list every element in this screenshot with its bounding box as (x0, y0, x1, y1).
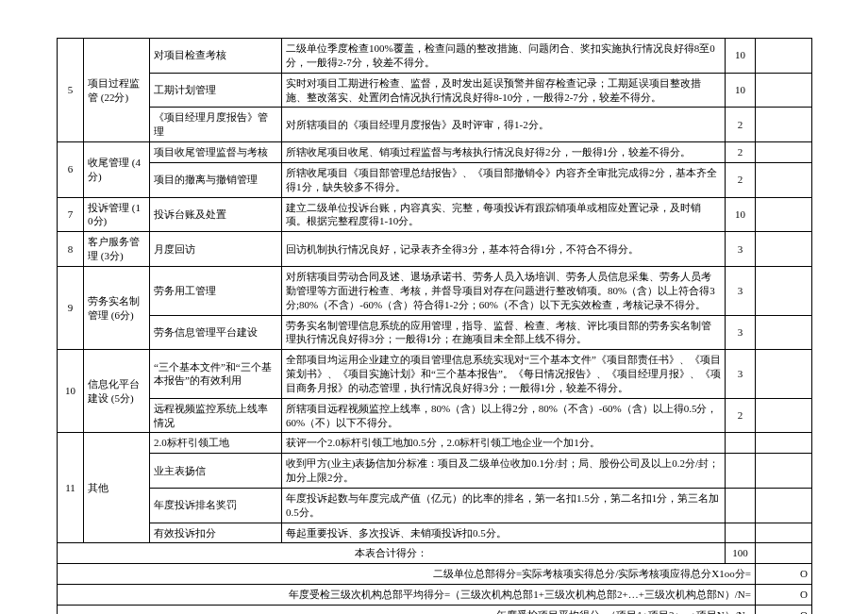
row-item: 劳务用工管理 (150, 266, 282, 315)
total-row: 本表合计得分：100 (58, 543, 812, 564)
row-score: 3 (726, 266, 756, 315)
row-item: 项目的撤离与撤销管理 (150, 162, 282, 197)
row-category: 客户服务管理 (3分) (84, 232, 150, 267)
table-row: 11其他2.0标杆引领工地获评一个2.0标杆引领工地加0.5分，2.0标杆引领工… (58, 433, 812, 454)
row-desc: 全部项目均运用企业建立的项目管理信息系统实现对“三个基本文件”《项目部责任书》、… (282, 350, 726, 399)
row-desc: 劳务实名制管理信息系统的应用管理，指导、监督、检查、考核、评比项目部的劳务实名制… (282, 315, 726, 350)
row-index: 6 (58, 142, 84, 198)
row-result (756, 108, 812, 142)
row-result (756, 523, 812, 543)
row-score: 3 (726, 350, 756, 399)
row-category: 其他 (84, 433, 150, 543)
row-category: 项目过程监管 (22分) (84, 39, 150, 142)
formula-result: O (756, 564, 812, 585)
formula-text: 年度受检项目平均得分=（项目1+项目2+…+项目N）/N= (58, 606, 756, 615)
row-category: 收尾管理 (4分) (84, 142, 150, 198)
formula-text: 年度受检三级次机构总部平均得分=（三级次机构总部1+三级次机构总部2+…+三级次… (58, 585, 756, 606)
formula-result: O (756, 606, 812, 615)
table-row: 年度投诉排名奖罚年度投诉起数与年度完成产值（亿元）的比率的排名，第一名扣1.5分… (58, 488, 812, 523)
row-result (756, 73, 812, 108)
table-row: 6收尾管理 (4分)项目收尾管理监督与考核所辖收尾项目收尾、销项过程监督与考核执… (58, 142, 812, 163)
formula-result: O (756, 585, 812, 606)
row-index: 7 (58, 197, 84, 232)
row-desc: 二级单位季度检查100%覆盖，检查问题的整改措施、问题闭合、奖扣实施执行情况良好… (282, 39, 726, 74)
row-score: 3 (726, 315, 756, 350)
row-item: 劳务信息管理平台建设 (150, 315, 282, 350)
row-result (756, 266, 812, 315)
row-item: 业主表扬信 (150, 454, 282, 489)
row-item: 投诉台账及处置 (150, 197, 282, 232)
row-index: 10 (58, 350, 84, 433)
table-row: 工期计划管理实时对项目工期进行检查、监督，及时发出延误预警并留存检查记录；工期延… (58, 73, 812, 108)
row-index: 11 (58, 433, 84, 543)
row-desc: 建立二级单位投诉台账，内容真实、完整，每项投诉有跟踪销项单或相应处置记录，及时销… (282, 197, 726, 232)
row-result (756, 433, 812, 454)
row-desc: 对所辖项目劳动合同及述、退场承诺书、劳务人员入场培训、劳务人员信息采集、劳务人员… (282, 266, 726, 315)
evaluation-table: 5项目过程监管 (22分)对项目检查考核二级单位季度检查100%覆盖，检查问题的… (57, 38, 812, 614)
row-desc: 所辖收尾项目《项目部管理总结报告》、《项目部撤销令》内容齐全审批完成得2分，基本… (282, 162, 726, 197)
table-row: 劳务信息管理平台建设劳务实名制管理信息系统的应用管理，指导、监督、检查、考核、评… (58, 315, 812, 350)
row-result (756, 488, 812, 523)
row-category: 信息化平台建设 (5分) (84, 350, 150, 433)
row-index: 5 (58, 39, 84, 142)
row-score (726, 454, 756, 489)
table-row: 业主表扬信收到甲方(业主)表扬信加分标准：项目及二级单位收加0.1分/封；局、股… (58, 454, 812, 489)
row-score (726, 488, 756, 523)
row-item: 对项目检查考核 (150, 39, 282, 74)
row-desc: 实时对项目工期进行检查、监督，及时发出延误预警并留存检查记录；工期延误项目整改措… (282, 73, 726, 108)
row-category: 投诉管理 (10分) (84, 197, 150, 232)
row-item: 工期计划管理 (150, 73, 282, 108)
row-score: 10 (726, 39, 756, 74)
row-desc: 所辖项目远程视频监控上线率，80%（含）以上得2分，80%（不含）-60%（含）… (282, 398, 726, 433)
table-row: 有效投诉扣分每起重要投诉、多次投诉、未销项投诉扣0.5分。 (58, 523, 812, 543)
row-result (756, 162, 812, 197)
row-result (756, 398, 812, 433)
row-desc: 回访机制执行情况良好，记录表齐全得3分，基本符合得1分，不符合不得分。 (282, 232, 726, 267)
row-score: 2 (726, 108, 756, 142)
row-item: 远程视频监控系统上线率情况 (150, 398, 282, 433)
row-desc: 对所辖项目的《项目经理月度报告》及时评审，得1-2分。 (282, 108, 726, 142)
row-item: 《项目经理月度报告》管理 (150, 108, 282, 142)
row-score: 2 (726, 142, 756, 163)
row-desc: 所辖收尾项目收尾、销项过程监督与考核执行情况良好得2分，一般得1分，较差不得分。 (282, 142, 726, 163)
row-index: 8 (58, 232, 84, 267)
table-row: 《项目经理月度报告》管理对所辖项目的《项目经理月度报告》及时评审，得1-2分。2 (58, 108, 812, 142)
row-item: 年度投诉排名奖罚 (150, 488, 282, 523)
row-score: 2 (726, 398, 756, 433)
table-row: 9劳务实名制管理 (6分)劳务用工管理对所辖项目劳动合同及述、退场承诺书、劳务人… (58, 266, 812, 315)
table-row: 7投诉管理 (10分)投诉台账及处置建立二级单位投诉台账，内容真实、完整，每项投… (58, 197, 812, 232)
row-score (726, 523, 756, 543)
table-row: 8客户服务管理 (3分)月度回访回访机制执行情况良好，记录表齐全得3分，基本符合… (58, 232, 812, 267)
row-result (756, 197, 812, 232)
formula-text: 二级单位总部得分=实际考核项实得总分/实际考核项应得总分X1oo分= (58, 564, 756, 585)
row-result (756, 454, 812, 489)
row-score: 10 (726, 73, 756, 108)
row-item: 月度回访 (150, 232, 282, 267)
row-item: 有效投诉扣分 (150, 523, 282, 543)
table-row: 5项目过程监管 (22分)对项目检查考核二级单位季度检查100%覆盖，检查问题的… (58, 39, 812, 74)
table-row: 远程视频监控系统上线率情况所辖项目远程视频监控上线率，80%（含）以上得2分，8… (58, 398, 812, 433)
total-score: 100 (726, 543, 756, 564)
row-score: 2 (726, 162, 756, 197)
row-desc: 每起重要投诉、多次投诉、未销项投诉扣0.5分。 (282, 523, 726, 543)
total-result (756, 543, 812, 564)
row-score (726, 433, 756, 454)
row-item: 2.0标杆引领工地 (150, 433, 282, 454)
row-result (756, 142, 812, 163)
row-result (756, 39, 812, 74)
row-category: 劳务实名制管理 (6分) (84, 266, 150, 349)
formula-row: 二级单位总部得分=实际考核项实得总分/实际考核项应得总分X1oo分=O (58, 564, 812, 585)
row-result (756, 350, 812, 399)
formula-row: 年度受检项目平均得分=（项目1+项目2+…+项目N）/N=O (58, 606, 812, 615)
row-item: 项目收尾管理监督与考核 (150, 142, 282, 163)
table-row: 10信息化平台建设 (5分)“三个基本文件”和“三个基本报告”的有效利用全部项目… (58, 350, 812, 399)
row-index: 9 (58, 266, 84, 349)
row-result (756, 315, 812, 350)
row-score: 3 (726, 232, 756, 267)
row-score: 10 (726, 197, 756, 232)
row-desc: 年度投诉起数与年度完成产值（亿元）的比率的排名，第一名扣1.5分，第二名扣1分，… (282, 488, 726, 523)
row-result (756, 232, 812, 267)
row-item: “三个基本文件”和“三个基本报告”的有效利用 (150, 350, 282, 399)
formula-row: 年度受检三级次机构总部平均得分=（三级次机构总部1+三级次机构总部2+…+三级次… (58, 585, 812, 606)
table-row: 项目的撤离与撤销管理所辖收尾项目《项目部管理总结报告》、《项目部撤销令》内容齐全… (58, 162, 812, 197)
